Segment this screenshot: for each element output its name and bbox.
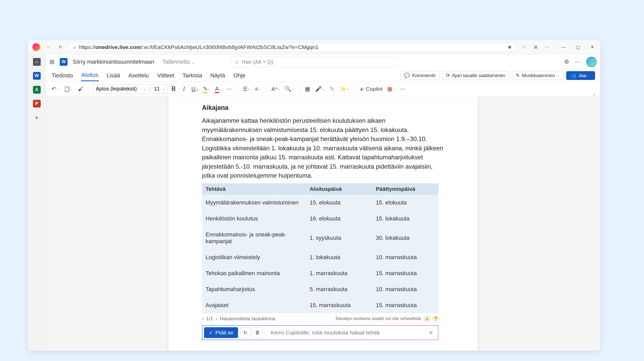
more-ribbon-button[interactable]: ⋯	[398, 84, 407, 94]
app-launcher-icon[interactable]: ⊞	[49, 58, 55, 65]
sidebar-powerpoint-icon[interactable]: P	[33, 100, 41, 108]
collapse-ribbon-icon[interactable]: ⌄	[592, 92, 596, 96]
menu-bar: Tiedosto Aloitus Lisää Asettelu Viitteet…	[46, 69, 600, 82]
next-icon[interactable]: ›	[216, 316, 217, 322]
sidebar-add-icon[interactable]: +	[33, 114, 41, 121]
doc-paragraph[interactable]: Aikajanamme kattaa henkilöstön perusteel…	[202, 116, 444, 180]
menu-references[interactable]: Viitteet	[157, 70, 175, 81]
site-info-icon[interactable]: ⊕	[508, 45, 511, 50]
format-painter-button[interactable]: 🖌	[76, 84, 85, 94]
word-app-icon: W	[60, 58, 67, 66]
menu-help[interactable]: Ohje	[233, 70, 246, 81]
table-row: Henkilöstön koulutus16. elokuuta15. loka…	[202, 211, 438, 227]
bullets-button[interactable]: ☰⌄	[241, 84, 252, 94]
regenerate-button[interactable]: ↻	[240, 327, 250, 338]
share-button[interactable]: 👥 Jaa ⌄	[566, 71, 595, 80]
italic-button[interactable]: I	[180, 84, 188, 94]
copilot-bar: ✓ Pidä se ↻ 🗑 ➤	[202, 325, 438, 340]
menu-view[interactable]: Näytä	[210, 70, 225, 81]
maximize-button[interactable]: ▢	[574, 44, 581, 51]
thumbs-down-button[interactable]: 👎	[433, 316, 438, 322]
more-icon[interactable]: ⋯	[544, 44, 550, 51]
th-end: Päättymispäivä	[372, 183, 438, 195]
table-row: Myymälärakennuksen valmistuminen15. elok…	[202, 195, 438, 211]
ribbon: ↶⌄ 📋⌄ 🖌 Aptos (leipäteksti)⌄ 11⌄ B I U⌄ …	[46, 82, 600, 96]
document-canvas[interactable]: Aikajana Aikajanamme kattaa henkilöstön …	[46, 96, 600, 351]
menu-review[interactable]: Tarkista	[182, 70, 203, 81]
comments-button[interactable]: 💬 Kommentit	[400, 71, 439, 80]
ai-notice: Tekoälyn tuottama sisältö voi olla virhe…	[335, 316, 421, 321]
menu-file[interactable]: Tiedosto	[51, 70, 74, 81]
menu-layout[interactable]: Asettelu	[128, 70, 149, 81]
table-row: Tehokas paikallinen mainonta1. marraskuu…	[202, 265, 438, 281]
th-task: Tehtävä	[202, 183, 306, 195]
doc-heading[interactable]: Aikajana	[202, 104, 444, 111]
profile-avatar[interactable]	[32, 43, 40, 51]
undo-button[interactable]: ↶⌄	[50, 84, 61, 94]
font-selector[interactable]: Aptos (leipäteksti)⌄	[92, 84, 149, 94]
bold-button[interactable]: B	[169, 84, 178, 94]
sidebar-word-icon[interactable]: W	[33, 72, 41, 80]
font-color-button[interactable]: A⌄	[214, 84, 223, 94]
favorites-icon[interactable]: ☆	[521, 44, 528, 51]
paste-button[interactable]: 📋⌄	[62, 84, 75, 94]
menu-insert[interactable]: Lisää	[106, 70, 121, 81]
copilot-button[interactable]: ◈Copilot	[358, 84, 384, 94]
table-footer: ‹ 1/1 › Havainnollista taulukkona Tekoäl…	[202, 316, 438, 322]
highlight-button[interactable]: ✎⌄	[201, 84, 212, 94]
find-button[interactable]: 🔍⌄	[283, 84, 296, 94]
catchup-button[interactable]: ⟳ Ajan tasalle saattaminen	[442, 71, 509, 80]
refresh-button[interactable]: ↻	[57, 44, 64, 51]
table-row: Ennakkomainos- ja sneak-peak-kampanjat1.…	[202, 227, 438, 249]
search-box[interactable]: ⌕ Hae (Alt + Q)	[231, 57, 398, 67]
send-icon[interactable]: ➤	[429, 329, 436, 336]
sidebar-tabs-icon[interactable]: ▭	[33, 58, 41, 66]
search-icon: ⌕	[73, 45, 76, 50]
browser-bar: ← ↻ ⌕ https://onedrive.live.com/:w:/t/Ea…	[28, 40, 600, 54]
dictate-button[interactable]: 🎤⌄	[313, 84, 326, 94]
search-placeholder: Hae (Alt + Q)	[242, 59, 273, 65]
close-button[interactable]: ✕	[589, 44, 596, 51]
timeline-table[interactable]: Tehtävä Aloituspäivä Päättymispäivä Myym…	[202, 183, 438, 313]
title-bar: ⊞ W Siirry markkinointisuunnitelmaan · T…	[46, 54, 600, 69]
more-icon[interactable]: ⋯	[575, 59, 581, 65]
user-avatar[interactable]	[586, 57, 597, 67]
minimize-button[interactable]: ―	[560, 44, 567, 51]
sidebar-excel-icon[interactable]: X	[33, 86, 41, 94]
discard-button[interactable]: 🗑	[252, 327, 263, 338]
url-text: https://onedrive.live.com/:w:/t/EaCKkPs6…	[79, 44, 318, 50]
thumbs-up-button[interactable]: 👍	[424, 316, 430, 322]
chevron-down-icon[interactable]: ⌄	[191, 60, 195, 64]
table-row: Logistiikan viimeistely1. lokakuuta10. m…	[202, 249, 438, 265]
back-button[interactable]: ←	[45, 44, 52, 51]
browser-window: ← ↻ ⌕ https://onedrive.live.com/:w:/t/Ea…	[28, 40, 600, 351]
settings-icon[interactable]: ⚙	[564, 59, 569, 65]
search-icon: ⌕	[235, 59, 239, 65]
align-button[interactable]: ≡⌄	[253, 84, 262, 94]
app-sidebar: ▭ W X P +	[28, 54, 46, 351]
more-font-button[interactable]: ⋯	[225, 84, 234, 94]
designer-button[interactable]: ▦	[303, 84, 312, 94]
rewrite-button[interactable]: ✨⌄	[338, 84, 351, 94]
table-row: Tapahtumaharjoitus5. marraskuuta10. marr…	[202, 281, 438, 297]
editor-button[interactable]: ✎	[328, 84, 336, 94]
table-row: Avajaiset15. marraskuuta15. marraskuuta	[202, 297, 438, 313]
document-title[interactable]: Siirry markkinointisuunnitelmaan	[73, 59, 154, 65]
table-caption: Havainnollista taulukkona	[220, 316, 275, 322]
th-start: Aloituspäivä	[306, 183, 372, 195]
table-style-button[interactable]: ▦⌄	[386, 84, 397, 94]
keep-it-button[interactable]: ✓ Pidä se	[204, 327, 238, 338]
save-status: Tallennettu	[163, 59, 190, 65]
document-page: Aikajana Aikajanamme kattaa henkilöstön …	[168, 96, 478, 351]
collections-icon[interactable]: ⊞	[532, 44, 539, 51]
font-size-selector[interactable]: 11⌄	[151, 84, 168, 94]
prev-icon[interactable]: ‹	[202, 316, 204, 322]
underline-button[interactable]: U⌄	[190, 84, 200, 94]
copilot-input[interactable]	[267, 327, 427, 338]
page-indicator: 1/1	[206, 316, 213, 322]
address-bar[interactable]: ⌕ https://onedrive.live.com/:w:/t/EaCKkP…	[69, 43, 516, 52]
styles-button[interactable]: Aᵃ⌄	[270, 84, 282, 94]
menu-home[interactable]: Aloitus	[81, 70, 99, 81]
editing-mode-button[interactable]: ✎ Muokkaaminen ⌄	[512, 71, 564, 80]
